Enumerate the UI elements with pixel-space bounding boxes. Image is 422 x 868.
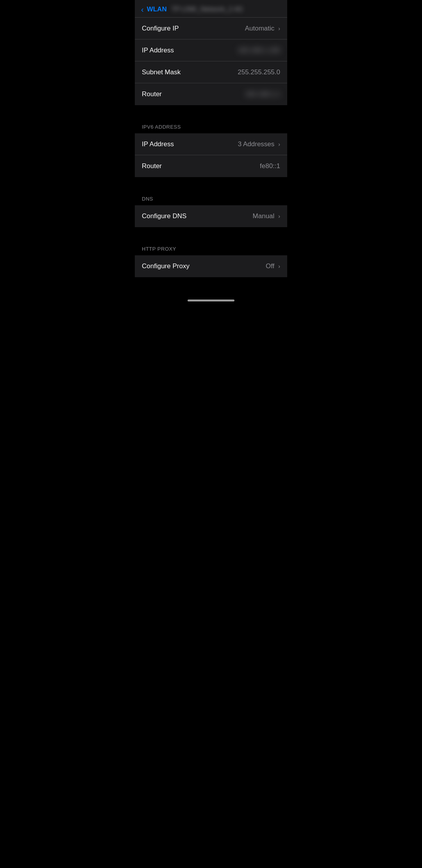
dns-section: Configure DNS Manual ›	[135, 205, 287, 227]
navigation-header: ‹ WLAN TP-LINK_Network_2.4G	[135, 0, 287, 18]
subnet-mask-value: 255.255.255.0	[238, 68, 280, 76]
back-button[interactable]: WLAN	[147, 5, 167, 13]
ipv4-section: Configure IP Automatic › IP Address 192.…	[135, 18, 287, 105]
ip-address-label: IP Address	[142, 47, 174, 54]
configure-ip-label: Configure IP	[142, 25, 179, 32]
ipv6-router-label: Router	[142, 162, 162, 170]
dns-section-header: DNS	[135, 189, 287, 205]
ipv6-header-text: IPV6 ADDRESS	[142, 124, 181, 130]
ipv6-separator	[135, 105, 287, 117]
proxy-section: Configure Proxy Off ›	[135, 255, 287, 277]
ipv6-address-value: 3 Addresses ›	[238, 140, 280, 148]
configure-dns-row[interactable]: Configure DNS Manual ›	[135, 205, 287, 227]
home-indicator-bar	[135, 289, 287, 305]
ipv6-address-row[interactable]: IP Address 3 Addresses ›	[135, 133, 287, 155]
ip-address-row: IP Address 192.168.1.105	[135, 39, 287, 61]
chevron-right-icon: ›	[278, 141, 280, 147]
configure-proxy-row[interactable]: Configure Proxy Off ›	[135, 255, 287, 277]
chevron-right-icon: ›	[278, 25, 280, 32]
configure-ip-row[interactable]: Configure IP Automatic ›	[135, 18, 287, 39]
home-indicator	[188, 299, 234, 301]
ipv6-section-header: IPV6 ADDRESS	[135, 117, 287, 133]
dns-header-text: DNS	[142, 196, 153, 202]
ipv4-router-label: Router	[142, 90, 162, 98]
ipv6-router-value: fe80::1	[260, 162, 280, 170]
configure-proxy-label: Configure Proxy	[142, 262, 190, 270]
ip-address-value: 192.168.1.105	[238, 47, 280, 54]
subnet-mask-row: Subnet Mask 255.255.255.0	[135, 61, 287, 83]
current-ssid: TP-LINK_Network_2.4G	[172, 5, 243, 13]
back-chevron-icon: ‹	[141, 5, 144, 13]
ipv4-router-row: Router 192.168.1.1	[135, 83, 287, 105]
proxy-separator	[135, 227, 287, 239]
ipv6-section: IP Address 3 Addresses › Router fe80::1	[135, 133, 287, 177]
subnet-mask-label: Subnet Mask	[142, 68, 181, 76]
proxy-header-text: HTTP PROXY	[142, 246, 176, 252]
chevron-right-icon: ›	[278, 213, 280, 219]
configure-dns-label: Configure DNS	[142, 212, 186, 220]
configure-ip-value: Automatic ›	[245, 25, 280, 32]
ipv4-router-value: 192.168.1.1	[245, 90, 280, 98]
dns-separator	[135, 177, 287, 189]
proxy-section-header: HTTP PROXY	[135, 239, 287, 255]
configure-proxy-value: Off ›	[266, 262, 280, 270]
bottom-spacer	[135, 277, 287, 289]
ipv6-address-label: IP Address	[142, 140, 174, 148]
ipv6-router-row: Router fe80::1	[135, 155, 287, 177]
chevron-right-icon: ›	[278, 263, 280, 269]
configure-dns-value: Manual ›	[253, 212, 280, 220]
